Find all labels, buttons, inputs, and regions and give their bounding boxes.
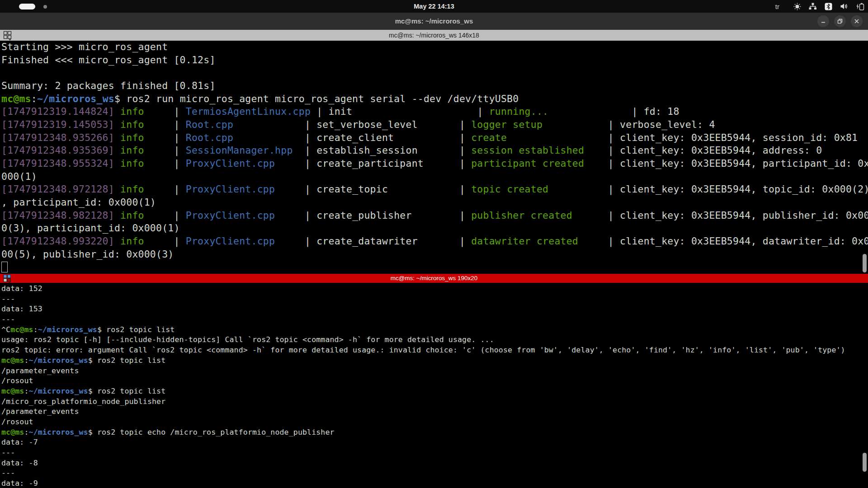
terminal-line: --- [1,294,868,305]
terminal-text: $ ros2 topic list [88,387,166,395]
terminal-text: --- [1,315,15,324]
terminal-text: data: 153 [1,305,42,313]
terminal-line: Summary: 2 packages finished [0.81s] [1,80,868,93]
volume-icon [840,3,848,10]
terminal-text: Summary: 2 packages finished [0.81s] [1,80,216,91]
clock[interactable]: May 22 14:13 [0,0,868,13]
terminal-text: 000(1) [1,171,37,182]
scrollbar-thumb-top[interactable] [863,254,867,272]
terminal-text: $ ros2 topic list [88,356,166,365]
terminal-cursor [1,262,8,272]
terminal-text: | [144,210,186,221]
terminal-text: | [144,235,186,247]
terminal-text: | client_key: 0x3EEB5944, datawriter_id:… [578,235,868,247]
terminal-text: Root.cpp [186,119,233,130]
terminal-text: participant created [471,158,584,169]
close-icon [854,19,859,24]
terminal-text: | verbose_level: 4 [542,119,715,130]
terminal-text: ^C [1,325,10,334]
terminal-text: ~/microros_ws [29,428,88,436]
restore-icon [837,19,843,24]
system-tray[interactable]: tr [775,0,864,13]
pane-titlebar-top[interactable]: mc@ms: ~/microros_ws 146x18 [0,30,868,41]
restore-button[interactable] [834,15,846,27]
terminal-text: 00(5), publisher_id: 0x000(3) [1,249,174,260]
terminal-line: data: -9 [1,479,868,488]
scrollbar-thumb-bottom[interactable] [863,453,867,472]
terminal-text: | fd: 18 [548,106,679,117]
terminal-line: [1747912319.144824] info | TermiosAgentL… [1,105,868,118]
terminal-text: info [114,183,144,195]
terminal-text: ProxyClient.cpp [186,210,275,221]
terminal-text: publisher created [471,210,572,221]
terminal-text: Starting >>> micro_ros_agent [1,41,168,52]
terminal-top[interactable]: Starting >>> micro_ros_agentFinished <<<… [0,41,868,274]
terminal-line: /micro_ros_platformio_node_publisher [1,397,868,407]
terminal-text: ~/microros_ws [29,387,88,395]
terminal-text: [1747912319.144824] [1,106,114,117]
terminal-text: | client_key: 0x3EEB5944, topic_id: 0x00… [548,183,868,195]
window-titlebar[interactable]: mc@ms: ~/microros_ws [0,13,868,30]
terminal-text: | init | [311,106,489,117]
terminal-line: /parameter_events [1,407,868,417]
terminal-bottom[interactable]: data: 152---data: 153---^Cmc@ms:~/micror… [0,283,868,488]
terminal-text: mc@ms [1,93,31,104]
terminal-text: : [24,387,28,395]
terminal-text: mc@ms [10,325,33,334]
terminal-line: /parameter_events [1,366,868,376]
terminal-text: --- [1,448,15,457]
terminal-text: $ ros2 topic list [97,325,175,334]
terminal-text: info [114,235,144,247]
terminal-text: | create_publisher | [275,210,471,221]
terminal-text: topic created [471,183,548,195]
terminal-line: --- [1,314,868,325]
terminal-text: $ ros2 run micro_ros_agent micro_ros_age… [114,93,519,104]
terminal-line: Finished <<< micro_ros_agent [0.12s] [1,54,868,67]
terminal-line: --- [1,468,868,479]
terminal-line: mc@ms:~/microros_ws$ ros2 topic list [1,386,868,397]
terminal-text: info [114,119,144,130]
terminal-text: | create_topic | [275,183,471,195]
terminal-line: mc@ms:~/microros_ws$ ros2 topic echo /mi… [1,427,868,438]
pane-titlebar-bottom[interactable]: mc@ms: ~/microros_ws 190x20 [0,274,868,283]
terminal-text: | set_verbose_level | [233,119,471,130]
terminal-line: mc@ms:~/microros_ws$ ros2 run micro_ros_… [1,93,868,106]
terminal-text: | [144,119,186,130]
terminal-line: [1747912348.955324] info | ProxyClient.c… [1,157,868,170]
terminal-text: | [144,132,186,143]
terminal-text: : [24,428,28,436]
terminal-line: --- [1,448,868,458]
terminal-line: [1747912348.982128] info | ProxyClient.c… [1,209,868,222]
terminal-line: data: 152 [1,284,868,294]
terminal-line: /rosout [1,417,868,427]
terminal-text: | client_key: 0x3EEB5944, publisher_id: … [572,210,868,221]
terminal-line: [1747912319.145053] info | Root.cpp | se… [1,118,868,131]
terminal-text: info [114,132,144,143]
terminal-text: | establish_session | [293,145,472,156]
terminal-line: 0(3), participant_id: 0x000(1) [1,222,868,235]
terminal-text: mc@ms [1,356,24,365]
terminal-line [1,66,868,80]
terminal-text: : [24,356,28,365]
terminal-line: , participant_id: 0x000(1) [1,196,868,209]
terminal-text: session established [471,145,584,156]
terminal-text: --- [1,469,15,477]
terminal-text: | create_participant | [275,158,471,169]
terminal-text: [1747912348.982128] [1,210,114,221]
terminal-line: 00(5), publisher_id: 0x000(3) [1,248,868,261]
terminal-text: [1747912348.972128] [1,183,114,195]
terminal-text: [1747912348.935369] [1,145,114,156]
terminal-text: ~/microros_ws [29,356,88,365]
terminal-line: data: -7 [1,437,868,448]
terminal-line: [1747912348.935369] info | SessionManage… [1,144,868,157]
keyboard-layout-indicator[interactable]: tr [775,3,779,10]
terminal-text: , participant_id: 0x000(1) [1,197,156,208]
terminal-text: | [144,145,186,156]
terminal-text: [1747912319.145053] [1,119,114,130]
terminal-text: mc@ms [1,428,24,436]
minimize-button[interactable] [817,15,829,27]
terminal-text: [1747912348.935266] [1,132,114,143]
terminal-line: ros2 topic: error: argument Call `ros2 t… [1,345,868,356]
close-button[interactable] [851,15,863,27]
terminal-text: /micro_ros_platformio_node_publisher [1,397,165,406]
